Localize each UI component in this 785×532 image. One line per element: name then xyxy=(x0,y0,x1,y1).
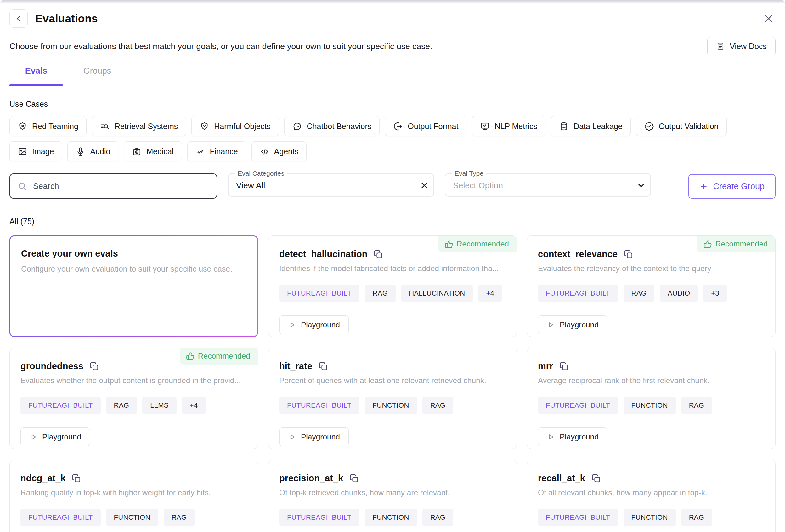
use-case-chip-chatbot-behaviors[interactable]: Chatbot Behaviors xyxy=(284,116,380,136)
clear-x-icon[interactable] xyxy=(420,181,429,190)
use-case-chips: Red TeamingRetrieval SystemsHarmful Obje… xyxy=(9,116,776,161)
card-title: hit_rate xyxy=(279,361,312,372)
copy-icon[interactable] xyxy=(559,362,569,371)
eval-card-recall_at_k[interactable]: Recommended recall_at_k Of all relevant … xyxy=(527,460,776,532)
playground-button[interactable]: Playground xyxy=(279,428,349,447)
card-tags: FUTUREAGI_BUILTFUNCTIONRAG xyxy=(21,509,247,526)
eval-card-mrr[interactable]: Recommended mrr Average reciprocal rank … xyxy=(527,348,776,449)
use-case-chip-agents[interactable]: Agents xyxy=(252,141,307,161)
playground-button[interactable]: Playground xyxy=(21,428,90,447)
eval-card-context_relevance[interactable]: Recommended context_relevance Evaluates … xyxy=(527,235,776,337)
playground-button[interactable]: Playground xyxy=(538,315,607,334)
copy-icon[interactable] xyxy=(624,250,633,259)
search-box[interactable] xyxy=(9,174,217,199)
finance-chart-icon xyxy=(196,147,205,156)
chevron-down-icon[interactable] xyxy=(636,181,646,190)
use-case-chip-retrieval-systems[interactable]: Retrieval Systems xyxy=(92,116,186,136)
database-icon xyxy=(559,122,569,131)
recommended-label: Recommended xyxy=(198,352,250,360)
playground-button[interactable]: Playground xyxy=(279,315,349,334)
card-tags: FUTUREAGI_BUILTFUNCTIONRAG xyxy=(538,509,764,526)
create-group-button[interactable]: Create Group xyxy=(688,174,776,199)
eval-card-detect_hallucination[interactable]: Recommended detect_hallucination Identif… xyxy=(268,235,517,337)
tag-rag: RAG xyxy=(624,284,655,302)
eval-categories-value: View All xyxy=(236,181,265,191)
tab-groups[interactable]: Groups xyxy=(63,66,132,85)
card-tags: FUTUREAGI_BUILTRAGAUDIO+3 xyxy=(538,284,764,302)
page-subtitle: Choose from our evaluations that best ma… xyxy=(9,42,432,51)
playground-button[interactable]: Playground xyxy=(538,428,607,447)
card-tags: FUTUREAGI_BUILTRAGHALLUCINATION+4 xyxy=(279,284,506,302)
close-button[interactable] xyxy=(762,11,776,25)
create-evals-card[interactable]: Create your own evals Configure your own… xyxy=(9,235,258,337)
filter-bar: Eval Categories View All Eval Type Selec… xyxy=(9,170,776,199)
recommended-badge: Recommended xyxy=(697,236,775,252)
code-brackets-icon xyxy=(260,147,270,156)
card-description: Ranking quality in top-k with higher wei… xyxy=(21,488,247,497)
tag-futureagi_built: FUTUREAGI_BUILT xyxy=(538,509,618,526)
play-icon xyxy=(547,433,555,441)
chip-label: Output Validation xyxy=(659,122,718,131)
card-title: detect_hallucination xyxy=(279,249,367,259)
use-case-chip-output-format[interactable]: Output Format xyxy=(385,116,466,136)
chip-label: Audio xyxy=(90,147,110,156)
copy-icon[interactable] xyxy=(72,474,81,483)
results-count: All (75) xyxy=(9,217,776,226)
playground-label: Playground xyxy=(301,433,340,441)
tag-llms: LLMS xyxy=(142,397,177,414)
use-case-chip-nlp-metrics[interactable]: NLP Metrics xyxy=(472,116,546,136)
use-cases-label: Use Cases xyxy=(9,99,776,109)
playground-label: Playground xyxy=(42,433,81,441)
card-description: Evaluates whether the output content is … xyxy=(21,376,247,385)
back-button[interactable] xyxy=(9,9,28,28)
tag-function: FUNCTION xyxy=(365,397,417,414)
eval-card-ndcg_at_k[interactable]: Recommended ndcg_at_k Ranking quality in… xyxy=(9,460,258,532)
search-input[interactable] xyxy=(33,181,210,191)
tag-rag: RAG xyxy=(681,397,712,414)
use-case-chip-finance[interactable]: Finance xyxy=(187,141,246,161)
copy-icon[interactable] xyxy=(349,474,359,483)
tag-rag: RAG xyxy=(164,509,195,526)
recommended-label: Recommended xyxy=(457,239,509,248)
card-description: Percent of queries with at least one rel… xyxy=(279,376,506,385)
tag-+4: +4 xyxy=(182,397,206,414)
play-icon xyxy=(547,321,555,329)
chip-label: Agents xyxy=(274,147,299,156)
card-description: Of all relevant chunks, how many appear … xyxy=(538,488,764,497)
tag-rag: RAG xyxy=(106,397,137,414)
chip-label: Image xyxy=(32,147,54,156)
play-icon xyxy=(288,433,296,441)
playground-label: Playground xyxy=(301,321,340,329)
eval-card-hit_rate[interactable]: Recommended hit_rate Percent of queries … xyxy=(268,348,517,449)
card-title: precision_at_k xyxy=(279,473,343,483)
card-title: mrr xyxy=(538,361,553,372)
use-case-chip-image[interactable]: Image xyxy=(9,141,62,161)
image-icon xyxy=(18,147,27,156)
eval-categories-select[interactable]: Eval Categories View All xyxy=(228,170,434,197)
use-case-chip-output-validation[interactable]: Output Validation xyxy=(636,116,727,136)
tag-futureagi_built: FUTUREAGI_BUILT xyxy=(538,397,618,414)
page-title: Evaluations xyxy=(35,12,98,25)
eval-card-precision_at_k[interactable]: Recommended precision_at_k Of top-k retr… xyxy=(268,460,517,532)
use-case-chip-audio[interactable]: Audio xyxy=(67,141,118,161)
tag-rag: RAG xyxy=(681,509,712,526)
use-case-chip-red-teaming[interactable]: Red Teaming xyxy=(9,116,86,136)
copy-icon[interactable] xyxy=(319,362,328,371)
copy-icon[interactable] xyxy=(374,250,383,259)
copy-icon[interactable] xyxy=(591,474,601,483)
view-docs-button[interactable]: View Docs xyxy=(707,37,776,55)
card-description: Identifies if the model fabricated facts… xyxy=(279,264,506,273)
eval-card-groundedness[interactable]: Recommended groundedness Evaluates wheth… xyxy=(9,348,258,449)
tab-evals[interactable]: Evals xyxy=(9,66,63,85)
copy-icon[interactable] xyxy=(90,362,99,371)
tag-function: FUNCTION xyxy=(365,509,417,526)
use-case-chip-data-leakage[interactable]: Data Leakage xyxy=(551,116,631,136)
chip-label: Retrieval Systems xyxy=(115,122,178,131)
tag-function: FUNCTION xyxy=(624,397,676,414)
play-icon xyxy=(29,433,37,441)
card-tags: FUTUREAGI_BUILTFUNCTIONRAG xyxy=(279,397,506,414)
use-case-chip-harmful-objects[interactable]: Harmful Objects xyxy=(192,116,279,136)
playground-label: Playground xyxy=(560,321,599,329)
use-case-chip-medical[interactable]: Medical xyxy=(124,141,182,161)
eval-type-select[interactable]: Eval Type Select Option xyxy=(445,170,651,197)
